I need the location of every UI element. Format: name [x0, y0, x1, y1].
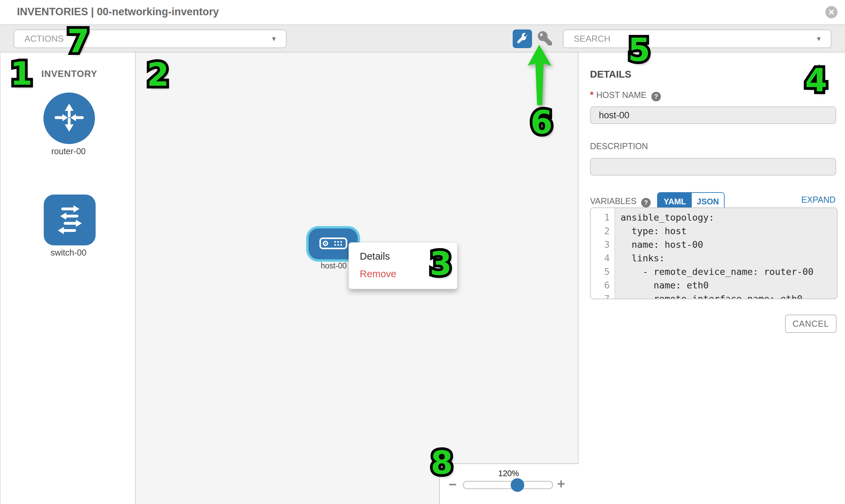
- description-label-row: DESCRIPTION: [590, 141, 648, 151]
- editor-yaml-content[interactable]: ansible_topology: type: host name: host-…: [615, 208, 813, 299]
- host-server-icon: [319, 237, 347, 251]
- zoom-slider-track[interactable]: [463, 481, 553, 489]
- variables-code-editor: 1 2 3 4 5 6 7 ansible_topology: type: ho…: [590, 208, 838, 299]
- breadcrumb: INVENTORIES | 00-networking-inventory: [17, 6, 219, 18]
- help-icon[interactable]: ?: [651, 92, 661, 101]
- search-dropdown[interactable]: SEARCH ▼: [563, 30, 831, 48]
- variables-label-row: VARIABLES?: [590, 196, 651, 208]
- page-header: INVENTORIES | 00-networking-inventory ✕: [0, 0, 845, 24]
- zoom-level-value: 120%: [487, 469, 531, 478]
- zoom-slider-thumb[interactable]: [511, 478, 524, 492]
- search-dropdown-label: SEARCH: [574, 34, 610, 44]
- palette-device-label: switch-00: [1, 248, 136, 257]
- toolbar: ACTIONS ▼ SEARCH ▼: [0, 24, 845, 53]
- palette-title: INVENTORY: [41, 69, 97, 79]
- zoom-in-button[interactable]: +: [557, 477, 565, 490]
- close-icon[interactable]: ✕: [825, 6, 838, 18]
- switch-icon: [50, 199, 90, 241]
- details-panel: DETAILS *HOST NAME? DESCRIPTION VARIABLE…: [579, 53, 845, 504]
- close-glyph: ✕: [828, 8, 834, 17]
- wrench-icon: [517, 33, 528, 45]
- key-tool-button[interactable]: [537, 32, 553, 46]
- actions-dropdown[interactable]: ACTIONS ▼: [14, 30, 286, 48]
- description-label: DESCRIPTION: [590, 141, 648, 151]
- expand-link[interactable]: EXPAND: [801, 195, 835, 205]
- details-panel-title: DETAILS: [590, 69, 631, 80]
- palette-device-switch[interactable]: [44, 195, 95, 246]
- actions-dropdown-label: ACTIONS: [24, 34, 64, 44]
- description-input[interactable]: [590, 158, 836, 176]
- palette-device-router[interactable]: [43, 92, 95, 144]
- variables-label: VARIABLES: [590, 196, 636, 206]
- required-asterisk: *: [590, 90, 594, 100]
- palette-device-label: router-00: [1, 146, 136, 156]
- cancel-button[interactable]: CANCEL: [785, 314, 837, 333]
- host-name-input[interactable]: [590, 106, 836, 124]
- help-icon[interactable]: ?: [641, 198, 651, 208]
- zoom-control: 120% − +: [439, 463, 579, 504]
- inventory-palette: INVENTORY router-00: [0, 53, 136, 504]
- host-name-label: HOST NAME: [596, 90, 647, 100]
- chevron-down-icon: ▼: [270, 35, 277, 43]
- router-icon: [49, 97, 89, 139]
- editor-line-numbers: 1 2 3 4 5 6 7: [591, 208, 615, 299]
- annotation-arrow-up-icon: [528, 45, 553, 107]
- host-name-field-label-row: *HOST NAME?: [590, 90, 661, 101]
- chevron-down-icon: ▼: [815, 35, 822, 43]
- topology-canvas[interactable]: host-00 Details Remove 120% − +: [136, 53, 579, 504]
